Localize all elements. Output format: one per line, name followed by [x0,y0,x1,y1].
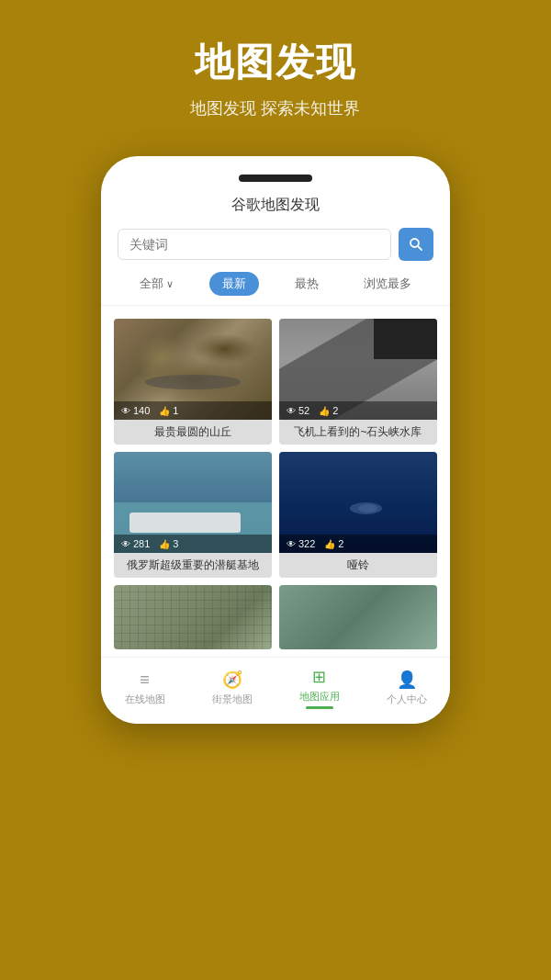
filter-all[interactable]: 全部 [130,272,183,296]
phone-mockup: 谷歌地图发现 全部 最新 最热 浏览最多 👁 140 [101,156,450,724]
profile-icon: 👤 [397,670,417,690]
item-label: 最贵最圆的山丘 [114,420,272,445]
item-image [279,585,437,649]
nav-label: 街景地图 [212,693,253,706]
item-image: 👁 322 👍 2 [279,452,437,553]
nav-label: 个人中心 [387,693,427,706]
list-item[interactable]: 👁 140 👍 1 最贵最圆的山丘 [114,319,272,445]
nav-item-street-view[interactable]: 🧭 街景地图 [200,670,264,706]
like-count: 👍 3 [159,538,178,549]
search-input[interactable] [118,229,391,260]
eye-icon: 👁 [287,406,296,416]
street-icon: 🧭 [222,670,242,690]
image-stats: 👁 322 👍 2 [279,535,437,553]
item-label: 哑铃 [279,553,437,578]
sub-title: 地图发现 探索未知世界 [190,97,360,119]
satellite-image [114,585,272,649]
search-button[interactable] [399,228,433,261]
view-count: 👁 52 [287,405,309,416]
filter-latest[interactable]: 最新 [209,272,259,296]
svg-line-1 [418,246,422,250]
image-stats: 👁 52 👍 2 [279,401,437,420]
list-item[interactable]: 👁 322 👍 2 哑铃 [279,452,437,578]
satellite-image [279,585,437,649]
view-count: 👁 140 [121,405,150,416]
main-title: 地图发现 [195,37,356,88]
nav-label: 地图应用 [299,690,340,704]
like-icon: 👍 [159,539,170,549]
item-image: 👁 140 👍 1 [114,319,272,420]
nav-label: 在线地图 [125,693,165,706]
like-count: 👍 1 [159,405,178,416]
item-image: 👁 52 👍 2 [279,319,437,420]
item-label: 俄罗斯超级重要的潜艇基地 [114,553,272,578]
menu-icon: ≡ [140,670,150,690]
list-item[interactable] [279,585,437,649]
nav-item-map-apps[interactable]: ⊞ 地图应用 [287,667,352,709]
search-icon [409,237,423,252]
filter-most-viewed[interactable]: 浏览最多 [354,272,421,296]
eye-icon: 👁 [121,406,130,416]
nav-item-online-map[interactable]: ≡ 在线地图 [113,670,177,706]
filter-hot[interactable]: 最热 [286,272,328,296]
nav-item-profile[interactable]: 👤 个人中心 [375,670,439,706]
list-item[interactable]: 👁 52 👍 2 飞机上看到的~石头峡水库 [279,319,437,445]
search-bar [118,228,433,261]
view-count: 👁 281 [121,538,150,549]
filter-tabs: 全部 最新 最热 浏览最多 [101,272,450,306]
eye-icon: 👁 [287,539,296,549]
list-item[interactable]: 👁 281 👍 3 俄罗斯超级重要的潜艇基地 [114,452,272,578]
like-icon: 👍 [319,406,330,416]
phone-notch [239,175,312,182]
list-item[interactable] [114,585,272,649]
image-stats: 👁 140 👍 1 [114,401,272,420]
item-label: 飞机上看到的~石头峡水库 [279,420,437,445]
like-count: 👍 2 [319,405,338,416]
content-grid: 👁 140 👍 1 最贵最圆的山丘 👁 52 [101,306,450,653]
like-icon: 👍 [159,406,170,416]
image-stats: 👁 281 👍 3 [114,535,272,553]
app-header: 地图发现 地图发现 探索未知世界 [0,0,551,138]
view-count: 👁 322 [287,538,315,549]
like-icon: 👍 [324,539,335,549]
eye-icon: 👁 [121,539,130,549]
item-image [114,585,272,649]
active-indicator [306,706,333,709]
apps-icon: ⊞ [312,667,326,687]
bottom-nav: ≡ 在线地图 🧭 街景地图 ⊞ 地图应用 👤 个人中心 [101,657,450,724]
screen-title: 谷歌地图发现 [101,196,450,215]
like-count: 👍 2 [324,538,343,549]
item-image: 👁 281 👍 3 [114,452,272,553]
